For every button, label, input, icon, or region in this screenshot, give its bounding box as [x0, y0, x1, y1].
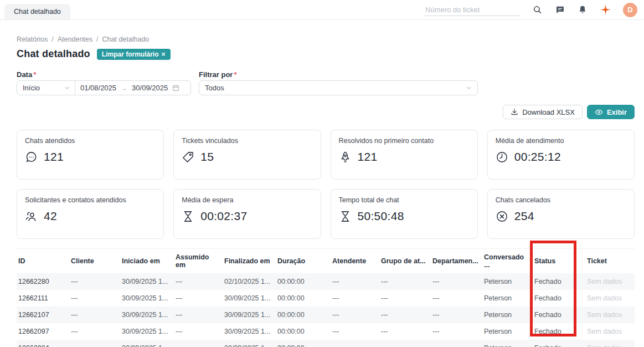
breadcrumb-item-relatorios[interactable]: Relatórios [17, 35, 48, 43]
filter-by-field-group: Filtrar por* Todos [199, 70, 478, 95]
breadcrumb-separator: / [96, 35, 98, 43]
stat-card-label: Média de atendimento [496, 137, 626, 145]
download-xlsx-button[interactable]: Download XLSX [503, 105, 583, 119]
table-row[interactable]: 12662107---30/09/2025 1...---30/09/2025 … [17, 307, 635, 323]
column-header: Assumido em [174, 249, 223, 274]
stat-card-label: Chats atendidos [25, 137, 156, 145]
stat-card-value: 00:25:12 [514, 150, 561, 164]
table-cell: 00:00:00 [276, 273, 331, 290]
table-cell: --- [69, 307, 120, 323]
table-cell: --- [379, 273, 431, 290]
filter-by-label: Filtrar por* [199, 70, 478, 79]
table-cell: --- [69, 273, 120, 290]
table-cell: --- [379, 307, 431, 323]
hourglass-icon [182, 210, 194, 223]
date-end-value: 30/09/2025 [132, 84, 168, 92]
table-cell: Sem dados [585, 340, 635, 347]
stat-card-value: 42 [44, 210, 57, 223]
search-wrap [424, 4, 519, 16]
table-cell: --- [431, 323, 482, 340]
page: Chat detalhado [0, 0, 644, 347]
main-content: Relatórios / Atendentes / Chat detalhado… [0, 35, 644, 347]
stat-card-label: Resolvidos no primeiro contato [339, 137, 470, 145]
table-cell: 12662084 [17, 340, 69, 347]
stat-card-value: 254 [514, 210, 534, 223]
tab-label: Chat detalhado [14, 8, 61, 16]
table-cell: --- [331, 290, 379, 307]
column-header: Grupo de at... [379, 249, 431, 274]
sparkle-icon[interactable] [600, 4, 611, 15]
table-cell: --- [174, 273, 223, 290]
search-icon[interactable] [533, 5, 542, 14]
tab-chat-detalhado[interactable]: Chat detalhado [4, 4, 70, 19]
circle-x-icon [496, 210, 508, 223]
date-field-group: Data* Início 01/08/2025 → 30/09/2025 [17, 70, 191, 95]
table-row[interactable]: 12662084---30/09/2025 1...---30/09/2025 … [17, 340, 635, 347]
table-cell: --- [174, 290, 223, 307]
column-header: Cliente [69, 249, 120, 274]
exibir-button[interactable]: Exibir [587, 105, 635, 119]
breadcrumb-item-chat-detalhado[interactable]: Chat detalhado [102, 35, 150, 43]
title-row: Chat detalhado Limpar formulário × [17, 48, 635, 60]
page-title: Chat detalhado [17, 48, 90, 60]
chat-messages-icon[interactable] [555, 5, 565, 14]
tag-icon [182, 151, 194, 164]
table-row[interactable]: 12662280---30/09/2025 1...---02/10/2025 … [17, 273, 635, 290]
avatar-initial: D [627, 6, 632, 14]
chat-bubble-icon [25, 151, 38, 164]
breadcrumb: Relatórios / Atendentes / Chat detalhado [17, 35, 635, 43]
clock-icon [496, 151, 508, 164]
table-cell: --- [69, 323, 120, 340]
chats-table-wrap: IDClienteIniciado emAssumido emFinalizad… [17, 248, 635, 347]
table-cell: 12662280 [17, 273, 69, 290]
table-cell: --- [431, 273, 482, 290]
table-cell: Sem dados [585, 290, 635, 307]
column-header: Ticket [585, 249, 635, 274]
clear-form-badge[interactable]: Limpar formulário × [97, 49, 171, 60]
table-cell: --- [331, 323, 379, 340]
table-cell: 00:00:00 [276, 323, 331, 340]
table-cell: Peterson [482, 290, 533, 307]
stat-cards-row-2: Solicitantes e contatos atendidos 42 Méd… [17, 189, 635, 239]
table-row[interactable]: 12662111---30/09/2025 1...---30/09/2025 … [17, 290, 635, 307]
date-range-input[interactable]: 01/08/2025 → 30/09/2025 [75, 81, 190, 95]
stat-card-label: Tempo total de chat [339, 196, 470, 204]
bell-icon[interactable] [578, 5, 587, 14]
avatar[interactable]: D [623, 3, 637, 17]
filter-by-select[interactable]: Todos [199, 80, 478, 95]
table-cell: --- [174, 340, 223, 347]
table-cell: 12662107 [17, 307, 69, 323]
table-cell: --- [379, 323, 431, 340]
stat-card-value: 121 [44, 150, 64, 164]
download-label: Download XLSX [522, 108, 575, 116]
date-type-select[interactable]: Início [17, 81, 75, 95]
rocket-icon [339, 151, 352, 164]
chevron-down-icon [466, 85, 472, 91]
stat-card-label: Tickets vinculados [182, 137, 312, 145]
table-cell: 30/09/2025 1... [120, 307, 174, 323]
column-header: Finalizado em [223, 249, 276, 274]
table-row[interactable]: 12662097---30/09/2025 1...---30/09/2025 … [17, 323, 635, 340]
breadcrumb-separator: / [51, 35, 53, 43]
table-cell: --- [69, 290, 120, 307]
stat-card-tempo-total-chat: Tempo total de chat 50:50:48 [331, 189, 478, 239]
table-cell: 30/09/2025 1... [223, 307, 276, 323]
breadcrumb-item-atendentes[interactable]: Atendentes [58, 35, 92, 43]
filter-form: Data* Início 01/08/2025 → 30/09/2025 [17, 70, 635, 95]
actions-row: Download XLSX Exibir [17, 105, 635, 119]
table-header-row: IDClienteIniciado emAssumido emFinalizad… [17, 249, 635, 274]
stat-card-media-espera: Média de espera 00:02:37 [173, 189, 321, 239]
table-cell: 30/09/2025 1... [223, 290, 276, 307]
table-cell: Fechado [533, 323, 585, 340]
ticket-search-input[interactable] [424, 4, 519, 16]
table-cell: 30/09/2025 1... [223, 340, 276, 347]
table-cell: --- [379, 290, 431, 307]
filter-by-value: Todos [205, 84, 224, 92]
column-header: Iniciado em [120, 249, 174, 274]
column-header: ID [17, 249, 69, 274]
stat-card-solicitantes-contatos: Solicitantes e contatos atendidos 42 [17, 189, 164, 239]
download-icon [511, 108, 518, 116]
date-type-value: Início [23, 84, 40, 92]
table-cell: --- [431, 340, 482, 347]
date-field-label: Data* [17, 70, 191, 79]
